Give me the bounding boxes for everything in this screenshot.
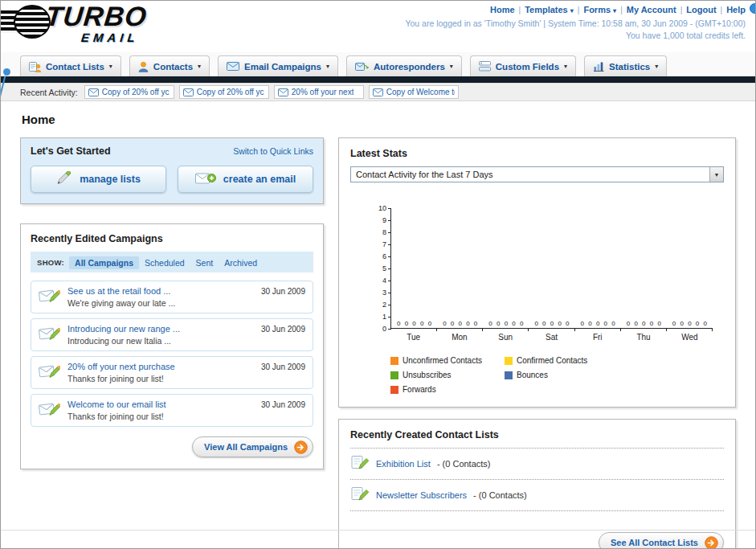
app-logo: TURBO EMAIL xyxy=(1,1,202,51)
chart-y-tick-mark xyxy=(388,305,391,305)
top-nav-my-account[interactable]: My Account xyxy=(627,5,676,14)
nav-separator: | xyxy=(721,6,723,14)
credits-info: You have 1,000 total credits left. xyxy=(405,31,746,40)
contact-list-item[interactable]: Newsletter Subscribers- (0 Contacts) xyxy=(350,480,724,511)
campaign-row[interactable]: See us at the retail food ...We're givin… xyxy=(31,281,313,313)
chart-y-tick-mark xyxy=(388,256,391,257)
create-email-button[interactable]: create an email xyxy=(178,166,313,193)
chart-x-axis-labels: TueMonSunSatFriThuWed xyxy=(390,333,713,342)
campaign-row[interactable]: Welcome to our email listThanks for join… xyxy=(31,394,313,427)
chart-bar-group: 0 0 0 0 0 xyxy=(437,208,483,328)
chart-y-tick-mark xyxy=(388,208,391,209)
logo-text-turbo: TURBO xyxy=(44,1,149,32)
tab-contacts[interactable]: Contacts▾ xyxy=(129,55,210,76)
chart-y-tick-label: 10 xyxy=(372,204,386,212)
contact-list-link[interactable]: Exhibition List xyxy=(376,459,431,469)
envelope-icon xyxy=(373,85,383,99)
chart-x-label: Sun xyxy=(483,333,529,342)
decorative-dot-right xyxy=(750,3,756,14)
chart-bar-group: 0 0 0 0 0 xyxy=(483,208,529,328)
filter-scheduled[interactable]: Scheduled xyxy=(139,256,190,269)
recent-activity-item[interactable]: Copy of 20% off yc xyxy=(84,85,174,99)
recent-campaigns-title: Recently Edited Campaigns xyxy=(31,233,313,244)
campaign-title-link[interactable]: 20% off your next purchase xyxy=(67,362,175,371)
contact-list-count: - (0 Contacts) xyxy=(437,459,491,469)
chevron-down-icon: ▾ xyxy=(450,63,453,70)
legend-label: Unconfirmed Contacts xyxy=(403,356,482,365)
recent-activity-item[interactable]: Copy of 20% off yc xyxy=(179,85,269,99)
campaign-date: 30 Jun 2009 xyxy=(261,363,305,371)
chart-bar-group: 0 0 0 0 0 xyxy=(391,208,437,328)
chart-value-labels: 0 0 0 0 0 xyxy=(529,320,574,327)
envelope-plus-icon xyxy=(195,171,216,187)
legend-label: Forwards xyxy=(403,385,436,394)
top-nav-logout[interactable]: Logout xyxy=(686,5,716,14)
campaign-subtitle: Introducing our new Italia ... xyxy=(67,336,180,346)
see-all-contact-lists-button[interactable]: See All Contact Lists xyxy=(599,532,724,549)
top-nav-templates[interactable]: Templates ▾ xyxy=(525,5,574,14)
chart-x-tick-mark xyxy=(620,328,621,331)
get-started-title: Let's Get Started xyxy=(31,145,111,157)
manage-lists-button[interactable]: manage lists xyxy=(31,166,166,193)
list-pencil-icon xyxy=(350,485,370,505)
email-campaigns-icon xyxy=(227,62,239,71)
envelope-pencil-icon xyxy=(38,399,60,420)
filter-all-campaigns[interactable]: All Campaigns xyxy=(69,256,139,269)
chart-x-label: Fri xyxy=(574,333,620,342)
envelope-pencil-icon xyxy=(38,324,60,345)
chart-y-tick-mark xyxy=(388,220,391,221)
filter-sent[interactable]: Sent xyxy=(190,256,219,269)
chart-y-tick-label: 3 xyxy=(372,289,386,297)
contact-list-item[interactable]: Exhibition List- (0 Contacts) xyxy=(350,449,724,480)
chart-bar-groups: 0 0 0 0 00 0 0 0 00 0 0 0 00 0 0 0 00 0 … xyxy=(391,208,713,328)
envelope-pencil-icon xyxy=(38,362,60,383)
tab-contact-lists[interactable]: Contact Lists▾ xyxy=(20,55,121,76)
recent-activity-bar: Recent Activity: Copy of 20% off ycCopy … xyxy=(1,83,755,101)
contact-list-items: Exhibition List- (0 Contacts)Newsletter … xyxy=(350,449,724,511)
top-nav-forms[interactable]: Forms ▾ xyxy=(583,5,616,14)
statistics-icon xyxy=(593,61,604,72)
recent-activity-item[interactable]: 20% off your next xyxy=(274,85,364,99)
tab-custom-fields[interactable]: Custom Fields▾ xyxy=(470,55,576,76)
switch-to-quick-links-link[interactable]: Switch to Quick Links xyxy=(233,146,313,156)
autoresponders-icon xyxy=(355,61,369,72)
campaign-date: 30 Jun 2009 xyxy=(261,325,305,334)
chevron-down-icon: ▾ xyxy=(326,63,329,70)
envelope-icon xyxy=(278,85,288,99)
logo-text-email: EMAIL xyxy=(80,31,139,44)
campaign-title-link[interactable]: Welcome to our email list xyxy=(67,399,166,409)
chart-y-tick-label: 0 xyxy=(372,325,386,333)
chart-bar-group: 0 0 0 0 0 xyxy=(575,208,621,328)
top-nav-help[interactable]: Help xyxy=(726,5,746,14)
contact-list-count: - (0 Contacts) xyxy=(473,490,527,500)
legend-swatch xyxy=(505,357,513,365)
envelope-pencil-icon xyxy=(38,286,60,307)
campaign-row[interactable]: Introducing our new range ...Introducing… xyxy=(31,318,313,351)
manage-lists-label: manage lists xyxy=(80,174,141,185)
chart-y-tick-label: 7 xyxy=(372,240,386,248)
legend-swatch xyxy=(390,386,398,394)
filter-archived[interactable]: Archived xyxy=(219,256,263,269)
chevron-down-icon: ▾ xyxy=(564,63,567,70)
campaign-title-link[interactable]: Introducing our new range ... xyxy=(67,324,180,334)
tab-email-campaigns[interactable]: Email Campaigns▾ xyxy=(218,55,338,76)
chart-value-labels: 0 0 0 0 0 xyxy=(391,320,437,327)
campaign-title-link[interactable]: See us at the retail food ... xyxy=(67,286,175,296)
arrow-right-icon xyxy=(705,536,718,549)
legend-label: Confirmed Contacts xyxy=(517,356,587,365)
view-all-campaigns-button[interactable]: View All Campaigns xyxy=(192,436,313,457)
contact-activity-chart: 0 0 0 0 00 0 0 0 00 0 0 0 00 0 0 0 00 0 … xyxy=(350,208,724,394)
campaign-date: 30 Jun 2009 xyxy=(261,400,305,409)
latest-stats-panel: Latest Stats Contact Activity for the La… xyxy=(338,137,736,408)
chart-bar-group: 0 0 0 0 0 xyxy=(667,208,713,328)
contact-list-link[interactable]: Newsletter Subscribers xyxy=(376,490,467,500)
recent-activity-item[interactable]: Copy of Welcome tc xyxy=(369,85,459,99)
chevron-down-icon: ▾ xyxy=(655,63,658,70)
stats-period-select[interactable]: Contact Activity for the Last 7 Days ▼ xyxy=(350,166,724,182)
tab-autoresponders[interactable]: Autoresponders▾ xyxy=(346,55,462,76)
chevron-down-icon: ▾ xyxy=(613,7,616,14)
campaign-row[interactable]: 20% off your next purchaseThanks for joi… xyxy=(31,356,313,389)
top-nav-home[interactable]: Home xyxy=(490,5,515,14)
tab-statistics[interactable]: Statistics▾ xyxy=(584,55,667,76)
contact-lists-icon xyxy=(29,61,41,72)
